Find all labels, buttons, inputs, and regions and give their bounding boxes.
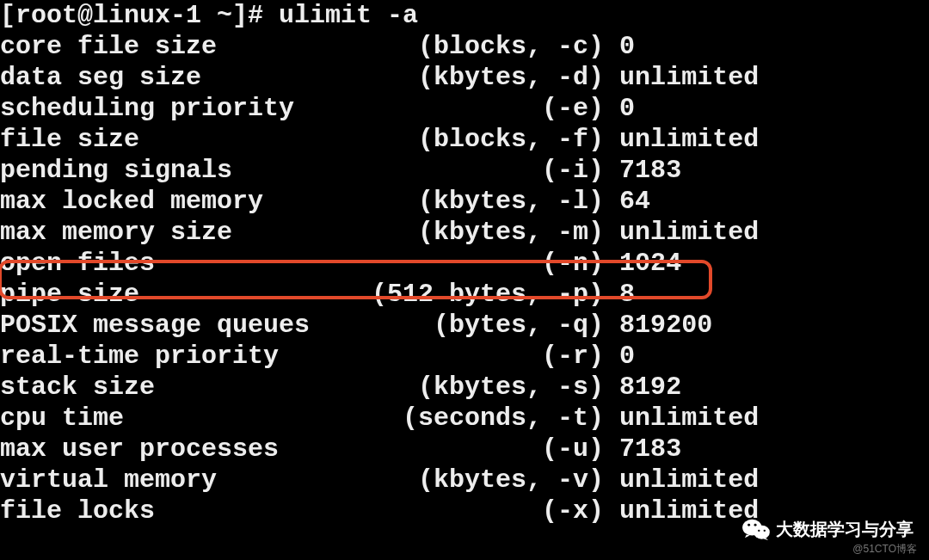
- output-line: open files (-n) 1024: [0, 248, 929, 279]
- output-line: file size (blocks, -f) unlimited: [0, 124, 929, 155]
- watermark: 大数据学习与分享: [741, 517, 914, 541]
- output-line: virtual memory (kbytes, -v) unlimited: [0, 465, 929, 495]
- output-line: pending signals (-i) 7183: [0, 155, 929, 186]
- svg-point-2: [748, 524, 750, 526]
- output-line: real-time priority (-r) 0: [0, 341, 929, 372]
- output-line: stack size (kbytes, -s) 8192: [0, 372, 929, 403]
- output-line: POSIX message queues (bytes, -q) 819200: [0, 310, 929, 341]
- output-line: scheduling priority (-e) 0: [0, 93, 929, 124]
- output-line: pipe size (512 bytes, -p) 8: [0, 279, 929, 310]
- output-line: max locked memory (kbytes, -l) 64: [0, 186, 929, 217]
- watermark-text: 大数据学习与分享: [776, 518, 914, 541]
- output-line: cpu time (seconds, -t) unlimited: [0, 403, 929, 434]
- svg-point-3: [754, 524, 757, 526]
- terminal-window[interactable]: [root@linux-1 ~]# ulimit -acore file siz…: [0, 0, 929, 560]
- output-line: data seg size (kbytes, -d) unlimited: [0, 62, 929, 93]
- attribution-text: @51CTO博客: [852, 542, 917, 557]
- command-prompt-line: [root@linux-1 ~]# ulimit -a: [0, 0, 929, 31]
- wechat-icon: [741, 517, 771, 541]
- output-line: max memory size (kbytes, -m) unlimited: [0, 217, 929, 248]
- output-line: core file size (blocks, -c) 0: [0, 31, 929, 62]
- terminal-output: [root@linux-1 ~]# ulimit -acore file siz…: [0, 0, 929, 526]
- svg-point-4: [758, 530, 760, 532]
- svg-point-5: [764, 530, 766, 532]
- output-line: max user processes (-u) 7183: [0, 434, 929, 465]
- svg-point-1: [754, 526, 770, 539]
